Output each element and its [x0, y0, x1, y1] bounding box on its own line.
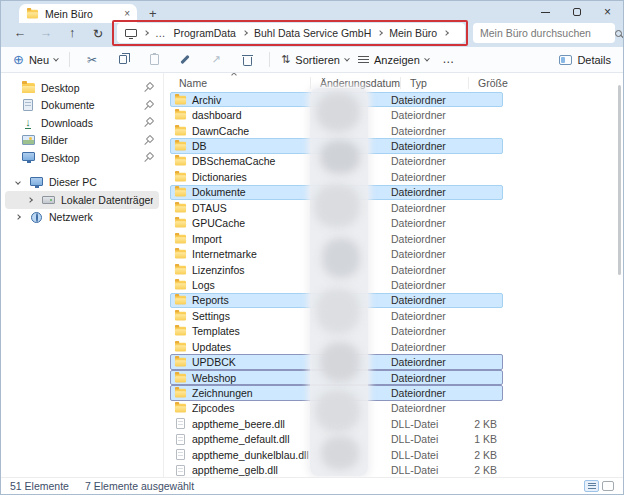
search-box[interactable]	[473, 23, 615, 43]
table-row[interactable]: Archiv Dateiordner	[170, 92, 503, 107]
sidebar-item-dieser-pc[interactable]: Dieser PC	[5, 174, 159, 192]
table-row[interactable]: Zipcodes Dateiordner	[170, 401, 503, 416]
list-lines-icon	[358, 56, 369, 63]
maximize-button[interactable]	[561, 1, 592, 23]
delete-button[interactable]	[236, 54, 258, 66]
table-row[interactable]: apptheme_dunkelblau.dll DLL-Datei 2 KB	[170, 447, 503, 462]
table-row[interactable]: apptheme_default.dll DLL-Datei 1 KB	[170, 432, 503, 447]
close-button[interactable]: ×	[592, 1, 623, 23]
view-toggles	[584, 480, 614, 492]
table-row[interactable]: Zeichnungen Dateiordner	[170, 385, 503, 400]
breadcrumb[interactable]: … ProgramData Buhl Data Service GmbH Mei…	[117, 23, 465, 43]
column-header-size[interactable]: Größe	[468, 77, 508, 89]
breadcrumb-item[interactable]: Mein Büro	[389, 27, 437, 39]
breadcrumb-item[interactable]: Buhl Data Service GmbH	[254, 27, 371, 39]
chevron-down-icon	[53, 55, 59, 61]
sidebar-item-bilder[interactable]: Bilder	[5, 132, 159, 150]
up-button[interactable]: ↑	[59, 26, 85, 40]
network-icon	[31, 212, 42, 223]
view-button[interactable]: Anzeigen	[358, 54, 429, 66]
scissors-icon: ✂	[87, 54, 97, 66]
file-type-cell: Dateiordner	[391, 248, 459, 260]
file-size-cell: 1 KB	[459, 433, 499, 445]
this-pc-icon[interactable]	[125, 29, 137, 37]
column-header-name[interactable]: Name	[170, 77, 310, 89]
chevron-down-icon[interactable]	[15, 179, 21, 185]
vertical-scrollbar[interactable]	[618, 85, 621, 275]
file-name: DTAUS	[192, 202, 227, 214]
sidebar-item-downloads[interactable]: ↓ Downloads	[5, 114, 159, 132]
search-input[interactable]	[480, 27, 615, 39]
plus-icon: ⊕	[13, 53, 24, 66]
copy-button[interactable]	[112, 55, 134, 64]
more-options-button[interactable]: …	[438, 57, 460, 62]
folder-icon	[22, 83, 35, 93]
explorer-tab[interactable]: Mein Büro ×	[19, 4, 137, 23]
sidebar-item-netzwerk[interactable]: Netzwerk	[5, 209, 159, 227]
file-name-cell: Import	[171, 233, 309, 245]
table-row[interactable]: Dokumente Dateiordner	[170, 185, 503, 200]
column-header-type[interactable]: Typ	[400, 77, 468, 89]
breadcrumb-overflow[interactable]: …	[155, 27, 167, 39]
table-row[interactable]: GPUCache Dateiordner	[170, 216, 503, 231]
table-row[interactable]: DTAUS Dateiordner	[170, 200, 503, 215]
forward-button[interactable]: →	[33, 26, 59, 40]
table-row[interactable]: Templates Dateiordner	[170, 324, 503, 339]
table-row[interactable]: Updates Dateiordner	[170, 339, 503, 354]
column-header-date[interactable]: Änderungsdatum	[310, 77, 400, 89]
cut-button[interactable]: ✂	[81, 54, 103, 66]
table-row[interactable]: apptheme_beere.dll DLL-Datei 2 KB	[170, 416, 503, 431]
back-button[interactable]: ←	[7, 26, 33, 40]
table-row[interactable]: UPDBCK Dateiordner	[170, 354, 503, 369]
title-bar: Mein Büro × + ×	[1, 1, 623, 23]
table-row[interactable]: Settings Dateiordner	[170, 308, 503, 323]
file-type-cell: Dateiordner	[391, 140, 459, 152]
file-type-cell: Dateiordner	[391, 279, 459, 291]
file-type-cell: Dateiordner	[391, 233, 459, 245]
sort-button[interactable]: ⇅ Sortieren	[281, 54, 349, 66]
table-row[interactable]: Import Dateiordner	[170, 231, 503, 246]
table-row[interactable]: DB Dateiordner	[170, 138, 503, 153]
chevron-right-icon	[443, 30, 449, 36]
rename-button[interactable]	[174, 54, 196, 65]
details-view-toggle[interactable]	[584, 480, 599, 492]
paste-button[interactable]	[143, 54, 165, 65]
sidebar-item-desktop[interactable]: Desktop	[5, 79, 159, 97]
table-row[interactable]: Webshop Dateiordner	[170, 370, 503, 385]
table-row[interactable]: Lizenzinfos Dateiordner	[170, 262, 503, 277]
new-tab-button[interactable]: +	[149, 7, 157, 20]
file-icon	[176, 465, 185, 476]
maximize-icon	[573, 8, 581, 16]
file-name: Webshop	[192, 372, 236, 384]
table-row[interactable]: apptheme_gelb.dll DLL-Datei 2 KB	[170, 463, 503, 478]
breadcrumb-item[interactable]: ProgramData	[174, 27, 236, 39]
chevron-right-icon[interactable]	[15, 214, 21, 220]
share-button[interactable]: ↗	[205, 54, 227, 65]
file-name-cell: Zeichnungen	[171, 387, 309, 399]
file-name-cell: apptheme_default.dll	[171, 433, 309, 445]
navigation-bar: ← → ↑ ↻ … ProgramData Buhl Data Service …	[1, 23, 623, 47]
refresh-button[interactable]: ↻	[85, 26, 111, 41]
file-type-cell: Dateiordner	[391, 125, 459, 137]
folder-icon	[175, 219, 186, 228]
table-row[interactable]: Dictionaries Dateiordner	[170, 169, 503, 184]
table-row[interactable]: Logs Dateiordner	[170, 277, 503, 292]
sidebar-item-lokaler-datentr-ger-c-[interactable]: Lokaler Datenträger (C:)	[5, 191, 159, 209]
file-name: UPDBCK	[192, 356, 236, 368]
table-row[interactable]: Reports Dateiordner	[170, 293, 503, 308]
new-button[interactable]: ⊕ Neu	[13, 53, 58, 66]
file-name: DawnCache	[192, 125, 249, 137]
table-row[interactable]: DBSchemaCache Dateiordner	[170, 154, 503, 169]
table-row[interactable]: Internetmarke Dateiordner	[170, 246, 503, 261]
details-pane-toggle[interactable]: Details	[559, 54, 611, 66]
sidebar-item-desktop[interactable]: Desktop	[5, 149, 159, 167]
tab-close-icon[interactable]: ×	[124, 9, 130, 19]
thumbnail-view-toggle[interactable]	[602, 481, 614, 491]
table-row[interactable]: DawnCache Dateiordner	[170, 123, 503, 138]
toolbar-separator	[269, 52, 270, 67]
chevron-right-icon[interactable]	[27, 197, 33, 203]
table-row[interactable]: dashboard Dateiordner	[170, 107, 503, 122]
file-name-cell: Dokumente	[171, 186, 309, 198]
sidebar-item-dokumente[interactable]: Dokumente	[5, 97, 159, 115]
minimize-button[interactable]	[530, 1, 561, 23]
